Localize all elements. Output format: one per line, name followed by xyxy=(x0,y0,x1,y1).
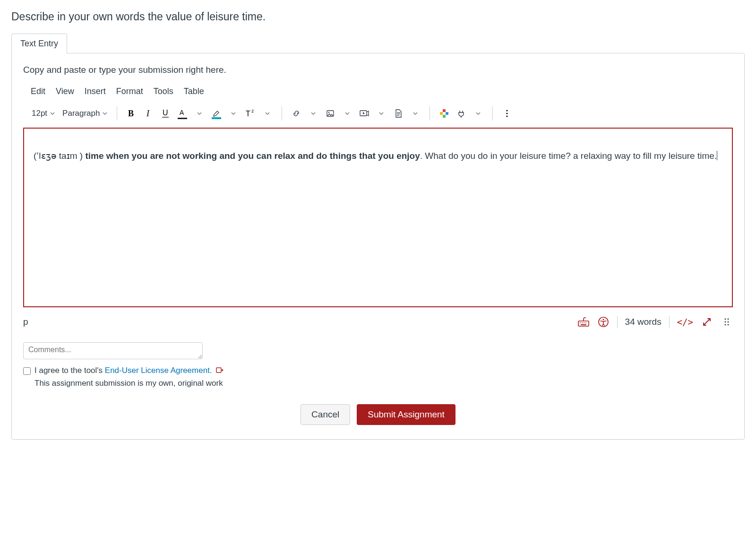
text-color-button[interactable]: A xyxy=(174,105,191,122)
svg-point-25 xyxy=(728,319,729,320)
html-view-toggle[interactable]: </> xyxy=(677,317,693,327)
external-link-icon xyxy=(216,366,223,376)
menu-format[interactable]: Format xyxy=(116,87,143,96)
chevron-down-icon xyxy=(103,109,107,118)
svg-point-28 xyxy=(725,324,726,326)
svg-text:B: B xyxy=(128,109,134,118)
assignment-title: Describe in your own words the value of … xyxy=(11,10,745,23)
document-dropdown[interactable] xyxy=(407,105,424,122)
editor-menubar: Edit View Insert Format Tools Table xyxy=(23,83,733,103)
svg-text:2: 2 xyxy=(251,109,254,113)
keyboard-icon[interactable] xyxy=(577,316,590,328)
svg-text:U: U xyxy=(163,109,168,117)
menu-view[interactable]: View xyxy=(56,87,74,96)
media-button[interactable] xyxy=(356,105,373,122)
svg-point-26 xyxy=(725,321,726,323)
font-size-label: 12pt xyxy=(32,109,47,118)
svg-text:T: T xyxy=(246,110,250,118)
svg-point-8 xyxy=(328,112,329,113)
editor-textarea[interactable]: (ˈlɛʒə taɪm ) time when you are not work… xyxy=(23,128,733,307)
svg-point-13 xyxy=(507,110,508,111)
comments-field[interactable] xyxy=(23,342,203,359)
media-dropdown[interactable] xyxy=(373,105,390,122)
tab-strip: Text Entry xyxy=(11,34,745,53)
document-button[interactable] xyxy=(390,105,407,122)
block-format-label: Paragraph xyxy=(62,109,100,118)
menu-table[interactable]: Table xyxy=(184,87,204,96)
superscript-dropdown[interactable] xyxy=(259,105,276,122)
svg-text:I: I xyxy=(146,109,150,118)
menu-tools[interactable]: Tools xyxy=(154,87,173,96)
italic-button[interactable]: I xyxy=(140,105,157,122)
tab-text-entry[interactable]: Text Entry xyxy=(11,34,67,53)
svg-point-27 xyxy=(728,321,729,323)
image-dropdown[interactable] xyxy=(339,105,356,122)
chevron-down-icon xyxy=(50,109,55,118)
eula-prefix: I agree to the tool's xyxy=(34,366,105,375)
word-count: 34 words xyxy=(625,317,662,327)
svg-point-29 xyxy=(728,324,729,326)
block-format-select[interactable]: Paragraph xyxy=(59,105,111,122)
eula-checkbox[interactable] xyxy=(23,367,31,375)
cancel-button[interactable]: Cancel xyxy=(301,404,350,425)
element-path[interactable]: p xyxy=(23,317,28,327)
svg-point-23 xyxy=(602,319,604,320)
svg-point-14 xyxy=(507,113,508,114)
menu-insert[interactable]: Insert xyxy=(85,87,106,96)
own-work-statement: This assignment submission is my own, or… xyxy=(34,379,733,388)
plugin-dropdown[interactable] xyxy=(470,105,487,122)
submission-panel: Copy and paste or type your submission r… xyxy=(11,53,745,440)
menu-edit[interactable]: Edit xyxy=(31,87,45,96)
svg-point-24 xyxy=(725,319,726,320)
submission-instructions: Copy and paste or type your submission r… xyxy=(23,65,733,75)
font-size-select[interactable]: 12pt xyxy=(28,105,59,122)
svg-rect-16 xyxy=(578,321,589,326)
image-button[interactable] xyxy=(322,105,339,122)
svg-point-15 xyxy=(507,115,508,117)
plugin-icon xyxy=(456,109,466,118)
accessibility-icon[interactable] xyxy=(597,316,610,328)
editor-toolbar: 12pt Paragraph B I U A xyxy=(23,103,733,124)
kebab-icon xyxy=(502,109,512,118)
eula-row: I agree to the tool's End-User License A… xyxy=(23,366,733,376)
fullscreen-icon[interactable] xyxy=(701,316,713,328)
svg-rect-30 xyxy=(216,368,221,373)
drag-handle-icon[interactable] xyxy=(721,316,733,328)
link-button[interactable] xyxy=(288,105,305,122)
text-color-dropdown[interactable] xyxy=(191,105,208,122)
superscript-button[interactable]: T2 xyxy=(242,105,259,122)
submit-button-row: Cancel Submit Assignment xyxy=(23,404,733,425)
link-dropdown[interactable] xyxy=(305,105,322,122)
underline-button[interactable]: U xyxy=(157,105,174,122)
submit-button[interactable]: Submit Assignment xyxy=(357,404,455,425)
highlight-button[interactable] xyxy=(208,105,225,122)
editor-text: (ˈlɛʒə taɪm ) time when you are not work… xyxy=(34,151,717,161)
apps-icon xyxy=(440,109,448,118)
apps-button[interactable] xyxy=(436,105,453,122)
more-toolbar-button[interactable] xyxy=(498,105,515,122)
bold-button[interactable]: B xyxy=(123,105,140,122)
svg-text:A: A xyxy=(180,109,184,116)
plugin-button[interactable] xyxy=(453,105,470,122)
eula-link[interactable]: End-User License Agreement. xyxy=(105,366,212,375)
editor-statusbar: p 34 words </> xyxy=(23,316,733,328)
highlight-dropdown[interactable] xyxy=(225,105,242,122)
